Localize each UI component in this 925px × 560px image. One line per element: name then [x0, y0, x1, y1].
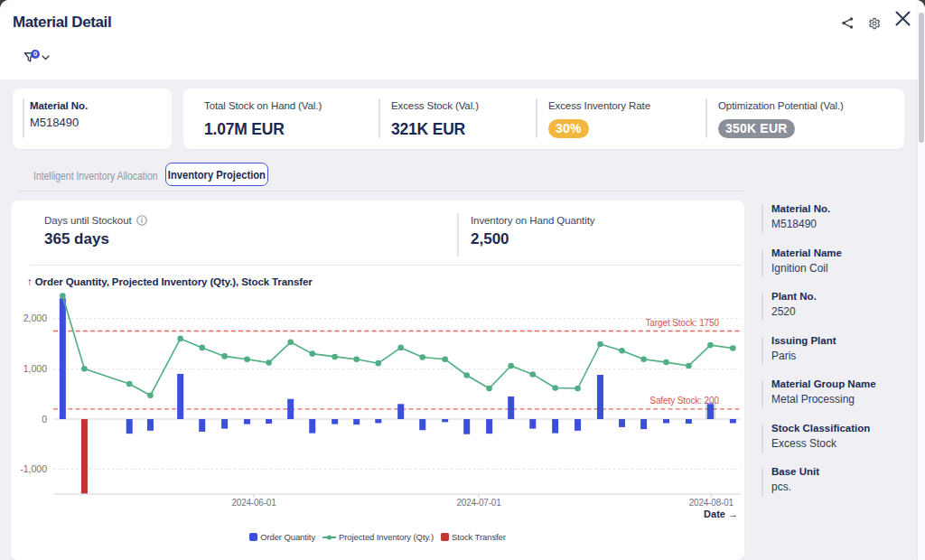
dialog-header: Material Detail [0, 0, 925, 79]
sidebar-item-accent-line [761, 293, 763, 321]
legend-label: Stock Transfer [452, 532, 506, 542]
panel-divider [457, 213, 459, 257]
svg-text:2024-07-01: 2024-07-01 [456, 498, 501, 508]
kpi-stat: Excess Stock (Val.)321K EUR [391, 89, 479, 139]
svg-text:2024-06-01: 2024-06-01 [231, 498, 276, 508]
svg-text:1,000: 1,000 [23, 363, 47, 374]
svg-text:0: 0 [42, 414, 47, 425]
chevron-down-icon [42, 55, 50, 61]
sidebar-item-accent-line [761, 205, 763, 233]
close-button[interactable] [894, 10, 911, 27]
sidebar-item-label: Material Name [771, 247, 916, 258]
stat-label: Material No. [30, 100, 172, 111]
dialog-content: Material No. M518490 Total Stock on Hand… [0, 79, 925, 560]
kpi-label: Excess Stock (Val.) [391, 100, 479, 111]
days-until-stockout-value: 365 days [44, 230, 147, 248]
legend-item[interactable]: Projected Inventory (Qty.) [322, 532, 434, 542]
material-detail-dialog: Material Detail [0, 0, 925, 560]
x-axis-title: Date → [704, 509, 738, 519]
sidebar-item-value: Paris [771, 350, 916, 362]
sidebar-item-value: Ignition Coil [771, 262, 916, 275]
kpi-label: Optimization Potential (Val.) [718, 100, 844, 111]
stat-value: M518490 [30, 116, 172, 129]
chart-legend: Order QuantityProjected Inventory (Qty.)… [11, 532, 744, 542]
kpi-stat: Optimization Potential (Val.)350K EUR [718, 89, 844, 138]
kpi-value-badge: 30% [548, 119, 589, 138]
legend-label: Order Quantity [260, 532, 315, 542]
sidebar-item-accent-line [761, 425, 763, 453]
sidebar-item-label: Material Group Name [771, 378, 916, 389]
sidebar-item: Plant No.2520 [752, 290, 916, 334]
panel-horizontal-divider [30, 265, 742, 266]
stat-accent-line [23, 98, 24, 138]
kpi-divider [705, 98, 707, 138]
scrollbar-track[interactable] [918, 0, 925, 560]
kpi-stat: Total Stock on Hand (Val.)1.07M EUR [204, 89, 322, 139]
sidebar-item-accent-line [761, 337, 763, 365]
inventory-on-hand-stat: Inventory on Hand Quantity 2,500 [471, 215, 594, 248]
svg-text:-1,000: -1,000 [20, 463, 47, 474]
svg-text:2,000: 2,000 [23, 313, 47, 323]
sidebar-item-label: Plant No. [771, 290, 916, 302]
sidebar-item-label: Material No. [771, 202, 916, 214]
share-icon [841, 16, 855, 30]
inventory-projection-chart[interactable]: Target Stock: 1750Safety Stock: 200-1,00… [11, 289, 744, 508]
days-until-stockout-label: Days until Stockout [44, 215, 132, 226]
legend-square-marker [441, 533, 449, 541]
sidebar-item-accent-line [761, 380, 763, 408]
legend-label: Projected Inventory (Qty.) [339, 532, 434, 542]
filter-control[interactable]: 0 [23, 50, 51, 64]
sidebar-item: Base Unitpcs. [752, 465, 916, 509]
material-detail-sidebar: Material No.M518490Material NameIgnition… [752, 202, 916, 509]
sidebar-item-value: Metal Processing [771, 393, 916, 406]
kpi-stat: Excess Inventory Rate30% [548, 89, 650, 138]
kpi-label: Excess Inventory Rate [548, 100, 650, 111]
sidebar-item-accent-line [761, 249, 763, 277]
gear-icon [868, 17, 881, 30]
tab-bar: Intelligent Inventory Allocation Invento… [0, 163, 744, 191]
sidebar-item: Stock ClassificationExcess Stock [752, 422, 916, 466]
chart-title: ↑ Order Quantity, Projected Inventory (Q… [27, 276, 313, 287]
settings-button[interactable] [868, 17, 881, 30]
stat-card-material-no: Material No. M518490 [13, 89, 172, 149]
share-button[interactable] [841, 16, 855, 30]
sidebar-item-label: Stock Classification [771, 422, 916, 434]
stat-card-kpis: Total Stock on Hand (Val.)1.07M EURExces… [183, 89, 904, 149]
sidebar-item-value: 2520 [771, 305, 916, 318]
sidebar-item-value: pcs. [771, 481, 916, 493]
tab-intelligent-inventory-allocation[interactable]: Intelligent Inventory Allocation [33, 169, 158, 182]
inventory-on-hand-value: 2,500 [471, 230, 594, 248]
kpi-divider [536, 98, 537, 138]
sidebar-item: Material Group NameMetal Processing [752, 378, 916, 422]
legend-item[interactable]: Stock Transfer [441, 532, 506, 542]
info-icon[interactable] [136, 215, 147, 226]
legend-item[interactable]: Order Quantity [249, 532, 315, 542]
svg-text:2024-08-01: 2024-08-01 [689, 498, 734, 508]
sidebar-item-label: Issuing Plant [771, 334, 916, 346]
scrollbar-thumb[interactable] [919, 13, 924, 143]
filter-count-badge: 0 [31, 50, 40, 59]
legend-line-marker [322, 534, 336, 541]
svg-text:Target Stock: 1750: Target Stock: 1750 [645, 318, 719, 328]
sidebar-item-value: Excess Stock [771, 437, 916, 450]
sidebar-item: Issuing PlantParis [752, 334, 916, 378]
sidebar-item-label: Base Unit [771, 465, 916, 477]
close-icon [894, 10, 911, 27]
page-title: Material Detail [13, 14, 111, 32]
sidebar-item: Material No.M518490 [752, 202, 916, 247]
kpi-value: 1.07M EUR [204, 120, 322, 139]
tab-label: Inventory Projection [168, 168, 266, 182]
sidebar-item-value: M518490 [771, 218, 916, 230]
kpi-value-badge: 350K EUR [718, 119, 795, 138]
legend-square-marker [249, 533, 257, 541]
sidebar-item: Material NameIgnition Coil [752, 247, 916, 291]
kpi-label: Total Stock on Hand (Val.) [204, 100, 322, 111]
inventory-projection-panel: Days until Stockout 365 days Inventory o… [11, 201, 744, 560]
tab-inventory-projection[interactable]: Inventory Projection [165, 163, 268, 186]
kpi-value: 321K EUR [391, 120, 479, 139]
sidebar-item-accent-line [761, 468, 763, 496]
days-until-stockout-stat: Days until Stockout 365 days [44, 215, 147, 248]
tabbar-divider [18, 191, 744, 191]
inventory-on-hand-label: Inventory on Hand Quantity [471, 215, 594, 226]
kpi-divider [378, 98, 380, 138]
